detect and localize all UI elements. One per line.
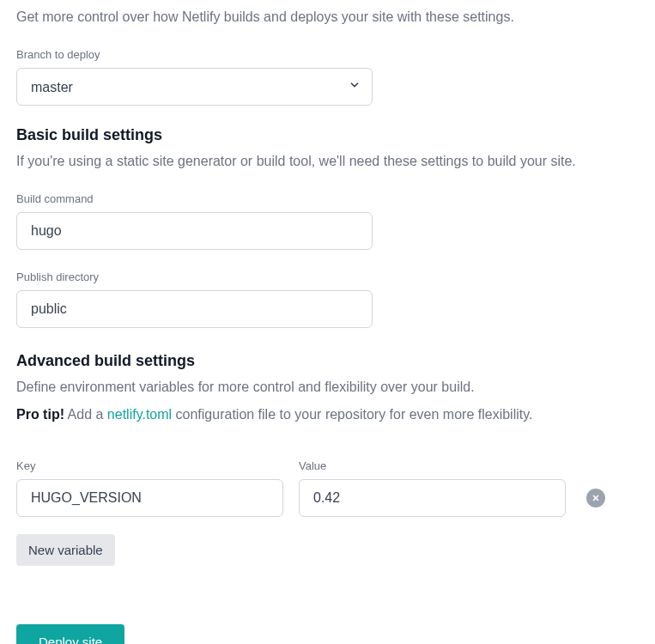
basic-build-section: Basic build settings If you're using a s… xyxy=(16,126,639,328)
netlify-toml-link[interactable]: netlify.toml xyxy=(107,407,172,422)
basic-desc: If you're using a static site generator … xyxy=(16,151,639,172)
intro-text: Get more control over how Netlify builds… xyxy=(16,7,639,27)
env-value-label: Value xyxy=(299,459,566,472)
branch-select-wrap: master xyxy=(16,68,373,106)
pro-tip-line: Pro tip! Add a netlify.toml configuratio… xyxy=(16,404,639,425)
advanced-heading: Advanced build settings xyxy=(16,352,639,370)
env-var-row: Key Value xyxy=(16,459,639,517)
pro-tip-after: configuration file to your repository fo… xyxy=(172,407,532,422)
env-key-col: Key xyxy=(16,459,283,517)
new-variable-button[interactable]: New variable xyxy=(16,534,115,566)
pro-tip-strong: Pro tip! xyxy=(16,407,64,422)
advanced-build-section: Advanced build settings Define environme… xyxy=(16,352,639,600)
publish-directory-field: Publish directory xyxy=(16,270,639,328)
env-key-input[interactable] xyxy=(16,479,283,517)
env-key-label: Key xyxy=(16,459,283,472)
branch-label: Branch to deploy xyxy=(16,48,639,61)
branch-select[interactable]: master xyxy=(16,68,373,106)
branch-field: Branch to deploy master xyxy=(16,48,639,106)
env-value-input[interactable] xyxy=(299,479,566,517)
publish-directory-label: Publish directory xyxy=(16,270,639,283)
build-command-field: Build command xyxy=(16,192,639,250)
env-value-col: Value xyxy=(299,459,566,517)
deploy-site-button[interactable]: Deploy site xyxy=(16,624,124,644)
close-icon xyxy=(591,494,600,502)
pro-tip-before: Add a xyxy=(64,407,107,422)
basic-heading: Basic build settings xyxy=(16,126,639,144)
publish-directory-input[interactable] xyxy=(16,290,373,328)
build-command-label: Build command xyxy=(16,192,639,205)
build-command-input[interactable] xyxy=(16,212,373,250)
remove-variable-button[interactable] xyxy=(586,489,605,507)
advanced-desc: Define environment variables for more co… xyxy=(16,377,639,398)
